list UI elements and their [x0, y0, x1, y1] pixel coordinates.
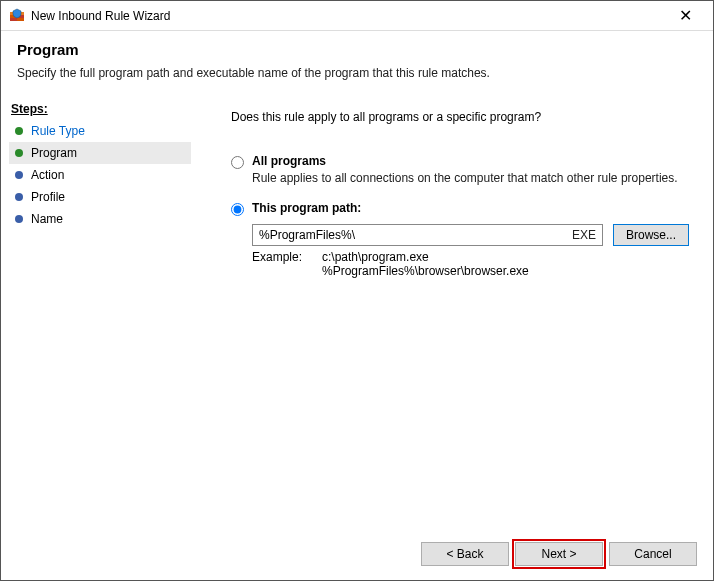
radio-program-path[interactable]: This program path:: [231, 201, 689, 216]
bullet-icon: [15, 127, 23, 135]
program-path-input[interactable]: %ProgramFiles%\ EXE: [252, 224, 603, 246]
window-title: New Inbound Rule Wizard: [31, 9, 665, 23]
svg-rect-3: [17, 18, 24, 21]
step-rule-type[interactable]: Rule Type: [9, 120, 191, 142]
step-link[interactable]: Rule Type: [31, 124, 85, 138]
page-title: Program: [17, 41, 697, 58]
close-button[interactable]: ✕: [665, 6, 705, 25]
wizard-footer: < Back Next > Cancel: [1, 532, 713, 580]
cancel-button[interactable]: Cancel: [609, 542, 697, 566]
example-paths: c:\path\program.exe %ProgramFiles%\brows…: [322, 250, 529, 278]
radio-all-input[interactable]: [231, 156, 244, 169]
step-label: Name: [31, 212, 63, 226]
step-program[interactable]: Program: [9, 142, 191, 164]
radio-all-description: Rule applies to all connections on the c…: [252, 171, 689, 185]
steps-sidebar: Steps: Rule Type Program Action Profile …: [1, 92, 191, 532]
radio-path-label: This program path:: [252, 201, 361, 215]
step-name[interactable]: Name: [9, 208, 191, 230]
path-extension-hint: EXE: [572, 228, 596, 242]
radio-all-programs[interactable]: All programs: [231, 154, 689, 169]
page-header: Program Specify the full program path an…: [1, 31, 713, 92]
step-label: Program: [31, 146, 77, 160]
bullet-icon: [15, 215, 23, 223]
next-button[interactable]: Next >: [515, 542, 603, 566]
browse-button[interactable]: Browse...: [613, 224, 689, 246]
bullet-icon: [15, 193, 23, 201]
main-content: Does this rule apply to all programs or …: [191, 92, 713, 532]
step-label: Profile: [31, 190, 65, 204]
path-value: %ProgramFiles%\: [259, 228, 572, 242]
page-description: Specify the full program path and execut…: [17, 66, 697, 80]
radio-all-label: All programs: [252, 154, 326, 168]
back-button[interactable]: < Back: [421, 542, 509, 566]
option-program-path: This program path: %ProgramFiles%\ EXE B…: [231, 201, 689, 278]
question-text: Does this rule apply to all programs or …: [231, 110, 689, 124]
option-all-programs: All programs Rule applies to all connect…: [231, 154, 689, 185]
titlebar: New Inbound Rule Wizard ✕: [1, 1, 713, 31]
step-label: Action: [31, 168, 64, 182]
radio-path-input[interactable]: [231, 203, 244, 216]
step-profile[interactable]: Profile: [9, 186, 191, 208]
step-action[interactable]: Action: [9, 164, 191, 186]
bullet-icon: [15, 171, 23, 179]
firewall-icon: [9, 8, 25, 24]
bullet-icon: [15, 149, 23, 157]
example-label: Example:: [252, 250, 322, 278]
steps-heading: Steps:: [11, 102, 189, 116]
